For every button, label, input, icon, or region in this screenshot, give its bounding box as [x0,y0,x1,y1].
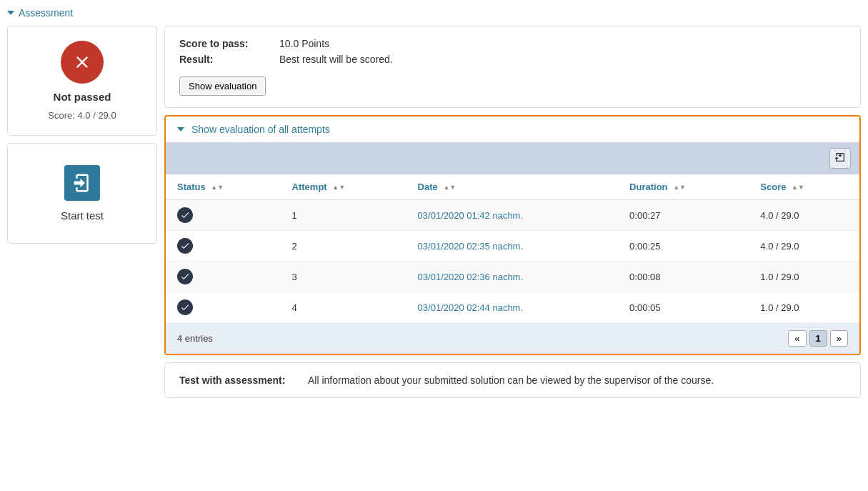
checkmark-icon [180,210,190,220]
table-header-row: Status ▲▼ Attempt ▲▼ Date ▲▼ Duration [166,174,859,200]
score-sort-icon[interactable]: ▲▼ [792,184,804,191]
table-row: 103/01/2020 01:42 nachm.0:00:274.0 / 29.… [166,200,859,231]
login-arrow-icon [71,172,93,194]
row-score-cell: 1.0 / 29.0 [749,292,859,323]
date-sort-icon[interactable]: ▲▼ [443,184,456,191]
start-test-label: Start test [61,209,104,222]
show-all-attempts-link[interactable]: Show evaluation of all attempts [191,124,330,135]
row-attempt-cell: 4 [281,292,406,323]
entries-count: 4 entries [177,333,213,344]
start-test-card[interactable]: Start test [7,143,157,244]
export-button[interactable] [829,148,851,169]
result-label: Result: [179,54,265,65]
row-score-cell: 1.0 / 29.0 [749,262,859,292]
eval-triangle-icon [177,127,184,132]
score-label: Score: 4.0 / 29.0 [48,110,116,121]
row-status-cell [166,262,281,292]
col-date: Date ▲▼ [406,174,618,200]
info-card: Score to pass: 10.0 Points Result: Best … [164,26,861,108]
test-info-card: Test with assessment: All information ab… [164,362,861,398]
col-status: Status ▲▼ [166,174,281,200]
col-attempt: Attempt ▲▼ [281,174,406,200]
row-date-cell: 03/01/2020 01:42 nachm. [406,200,618,231]
row-date-link[interactable]: 03/01/2020 02:44 nachm. [418,302,523,313]
show-evaluation-button[interactable]: Show evaluation [179,76,266,96]
result-value: Best result will be scored. [279,54,393,65]
col-score: Score ▲▼ [749,174,859,200]
pagination-page-1[interactable]: 1 [809,330,827,347]
assessment-header[interactable]: Assessment [7,7,861,19]
table-row: 303/01/2020 02:36 nachm.0:00:081.0 / 29.… [166,262,859,292]
row-date-cell: 03/01/2020 02:44 nachm. [406,292,618,323]
row-date-cell: 03/01/2020 02:36 nachm. [406,262,618,292]
status-label: Not passed [54,91,111,103]
row-duration-cell: 0:00:27 [618,200,749,231]
table-row: 203/01/2020 02:35 nachm.0:00:254.0 / 29.… [166,231,859,262]
eval-table-card: Show evaluation of all attempts Status ▲… [164,115,861,355]
pagination-prev[interactable]: « [788,330,806,347]
right-column: Score to pass: 10.0 Points Result: Best … [164,26,861,398]
attempts-table: Status ▲▼ Attempt ▲▼ Date ▲▼ Duration [166,174,859,323]
row-status-cell [166,292,281,323]
row-attempt-cell: 1 [281,200,406,231]
row-score-cell: 4.0 / 29.0 [749,231,859,262]
main-content: Not passed Score: 4.0 / 29.0 Start test … [7,26,861,398]
row-date-link[interactable]: 03/01/2020 02:35 nachm. [418,241,523,252]
table-toolbar [166,142,859,174]
row-duration-cell: 0:00:08 [618,262,749,292]
row-status-cell [166,231,281,262]
check-icon [177,269,193,284]
pagination: « 1 » [788,330,848,347]
eval-table-header: Show evaluation of all attempts [166,116,859,142]
check-icon [177,207,193,223]
test-info-row: Test with assessment: All information ab… [179,375,846,386]
check-icon [177,299,193,315]
row-attempt-cell: 2 [281,231,406,262]
score-to-pass-value: 10.0 Points [279,38,329,49]
row-date-cell: 03/01/2020 02:35 nachm. [406,231,618,262]
pagination-next[interactable]: » [830,330,848,347]
row-duration-cell: 0:00:05 [618,292,749,323]
row-attempt-cell: 3 [281,262,406,292]
test-info-value: All information about your submitted sol… [308,375,714,386]
left-column: Not passed Score: 4.0 / 29.0 Start test [7,26,157,398]
result-row: Result: Best result will be scored. [179,54,846,65]
status-card: Not passed Score: 4.0 / 29.0 [7,26,157,136]
test-info-label: Test with assessment: [179,375,294,386]
row-score-cell: 4.0 / 29.0 [749,200,859,231]
status-sort-icon[interactable]: ▲▼ [211,184,224,191]
attempt-sort-icon[interactable]: ▲▼ [332,184,345,191]
row-date-link[interactable]: 03/01/2020 01:42 nachm. [418,210,523,221]
collapse-triangle-icon [7,11,14,15]
table-row: 403/01/2020 02:44 nachm.0:00:051.0 / 29.… [166,292,859,323]
checkmark-icon [180,272,190,282]
row-duration-cell: 0:00:25 [618,231,749,262]
score-to-pass-row: Score to pass: 10.0 Points [179,38,846,49]
x-icon [72,52,92,72]
checkmark-icon [180,241,190,251]
col-duration: Duration ▲▼ [618,174,749,200]
check-icon [177,238,193,254]
assessment-title: Assessment [19,7,73,19]
row-date-link[interactable]: 03/01/2020 02:36 nachm. [418,272,523,282]
row-status-cell [166,200,281,231]
start-test-icon-wrapper [64,165,100,201]
duration-sort-icon[interactable]: ▲▼ [673,184,686,191]
export-icon [834,152,846,163]
checkmark-icon [180,302,190,312]
table-footer: 4 entries « 1 » [166,323,859,354]
score-to-pass-label: Score to pass: [179,38,265,49]
not-passed-icon [61,41,104,84]
